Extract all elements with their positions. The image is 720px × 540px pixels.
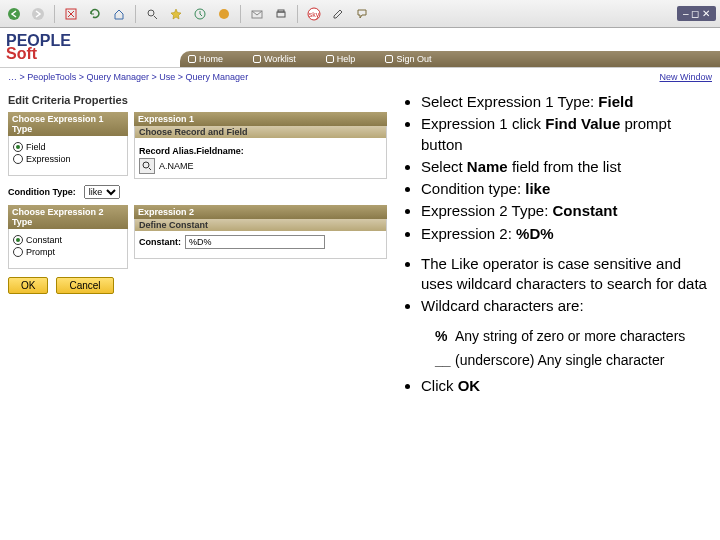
edit-icon[interactable] <box>328 4 348 24</box>
app-header: PEOPLE Soft Home Worklist Help Sign Out <box>0 28 720 68</box>
radio-expr-label: Expression <box>26 154 71 164</box>
radio-icon <box>13 142 23 152</box>
mail-icon[interactable] <box>247 4 267 24</box>
stop-icon[interactable] <box>61 4 81 24</box>
instruction-item: Wildcard characters are: <box>421 296 710 316</box>
instruction-item: Expression 2 Type: Constant <box>421 201 710 221</box>
nav-worklist[interactable]: Worklist <box>253 54 296 64</box>
radio-prompt[interactable]: Prompt <box>13 247 123 257</box>
expr2-type-head: Choose Expression 2 Type <box>8 205 128 229</box>
search-icon[interactable] <box>142 4 162 24</box>
instruction-item: Select Name field from the list <box>421 157 710 177</box>
instruction-item: Condition type: like <box>421 179 710 199</box>
find-value-button[interactable] <box>139 158 155 174</box>
peoplesoft-logo: PEOPLE Soft <box>6 35 71 61</box>
instruction-item: Click OK <box>421 376 710 396</box>
svg-rect-8 <box>278 10 284 12</box>
ok-button[interactable]: OK <box>8 277 48 294</box>
radio-expression[interactable]: Expression <box>13 154 123 164</box>
signout-nav-icon <box>385 55 393 63</box>
breadcrumb[interactable]: … > PeopleTools > Query Manager > Use > … <box>8 72 248 82</box>
instructions-panel: Select Expression 1 Type: Field Expressi… <box>395 86 720 413</box>
nav-worklist-label: Worklist <box>264 54 296 64</box>
instruction-item: Expression 2: %D% <box>421 224 710 244</box>
instruction-item: The Like operator is case sensitive and … <box>421 254 710 295</box>
app-icon[interactable]: sky <box>304 4 324 24</box>
wildcard-desc: __(underscore) Any single character <box>399 351 710 370</box>
help-nav-icon <box>326 55 334 63</box>
radio-icon <box>13 235 23 245</box>
svg-point-11 <box>143 162 149 168</box>
condition-label: Condition Type: <box>8 187 76 197</box>
nav-home-label: Home <box>199 54 223 64</box>
home-nav-icon <box>188 55 196 63</box>
radio-icon <box>13 154 23 164</box>
form-panel: Edit Criteria Properties Choose Expressi… <box>0 86 395 413</box>
radio-icon <box>13 247 23 257</box>
nav-help[interactable]: Help <box>326 54 356 64</box>
expr1-label: Record Alias.Fieldname: <box>139 146 382 156</box>
print-icon[interactable] <box>271 4 291 24</box>
expr2-label: Constant: <box>139 237 181 247</box>
radio-prompt-label: Prompt <box>26 247 55 257</box>
nav-signout[interactable]: Sign Out <box>385 54 431 64</box>
history-icon[interactable] <box>190 4 210 24</box>
instruction-item: Select Expression 1 Type: Field <box>421 92 710 112</box>
nav-help-label: Help <box>337 54 356 64</box>
radio-field[interactable]: Field <box>13 142 123 152</box>
svg-rect-7 <box>277 12 285 17</box>
radio-const-label: Constant <box>26 235 62 245</box>
expr1-type-head: Choose Expression 1 Type <box>8 112 128 136</box>
new-window-link[interactable]: New Window <box>659 72 712 82</box>
instruction-item: Expression 1 click Find Value prompt but… <box>421 114 710 155</box>
media-icon[interactable] <box>214 4 234 24</box>
cancel-button[interactable]: Cancel <box>56 277 113 294</box>
nav-signout-label: Sign Out <box>396 54 431 64</box>
constant-input[interactable] <box>185 235 325 249</box>
svg-point-1 <box>32 8 44 20</box>
wildcard-desc: %Any string of zero or more characters <box>399 327 710 346</box>
worklist-nav-icon <box>253 55 261 63</box>
expr2-head: Expression 2 <box>134 205 387 219</box>
radio-constant[interactable]: Constant <box>13 235 123 245</box>
svg-point-0 <box>8 8 20 20</box>
expr2-subhead: Define Constant <box>135 219 386 231</box>
svg-point-5 <box>219 9 229 19</box>
favorites-icon[interactable] <box>166 4 186 24</box>
back-icon[interactable] <box>4 4 24 24</box>
logo-bottom: Soft <box>6 48 71 61</box>
svg-point-3 <box>148 10 154 16</box>
radio-field-label: Field <box>26 142 46 152</box>
nav-home[interactable]: Home <box>188 54 223 64</box>
expr1-head: Expression 1 <box>134 112 387 126</box>
condition-type-select[interactable]: like <box>84 185 120 199</box>
browser-toolbar: sky – ◻ ✕ <box>0 0 720 28</box>
breadcrumb-row: … > PeopleTools > Query Manager > Use > … <box>0 68 720 86</box>
page-title: Edit Criteria Properties <box>8 94 387 106</box>
chat-icon[interactable] <box>352 4 372 24</box>
svg-text:sky: sky <box>309 11 320 19</box>
header-nav: Home Worklist Help Sign Out <box>180 51 720 67</box>
expr1-subhead: Choose Record and Field <box>135 126 386 138</box>
window-controls[interactable]: – ◻ ✕ <box>677 6 716 21</box>
expr1-value: A.NAME <box>159 161 194 171</box>
refresh-icon[interactable] <box>85 4 105 24</box>
forward-icon[interactable] <box>28 4 48 24</box>
home-icon[interactable] <box>109 4 129 24</box>
